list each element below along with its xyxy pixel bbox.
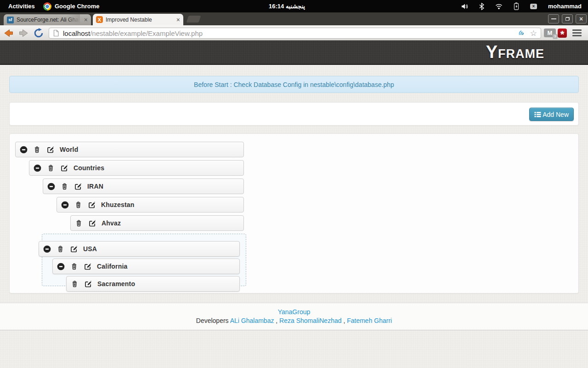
yanagroup-link[interactable]: YanaGroup xyxy=(278,308,311,316)
tab-title: Improved Nestable xyxy=(106,17,174,23)
separator: , xyxy=(274,317,279,324)
edit-button[interactable] xyxy=(60,164,68,172)
gmail-extension-icon[interactable]: M ? xyxy=(544,29,556,37)
nestable-list: World Countries xyxy=(15,142,244,234)
delete-button[interactable] xyxy=(70,263,78,270)
tree-item: World Countries xyxy=(15,142,244,231)
tree-item-label: Ahvaz xyxy=(102,219,121,227)
battery-icon[interactable] xyxy=(514,2,519,10)
clock[interactable]: 16:14 پنجشنبه xyxy=(269,0,305,12)
separator: , xyxy=(342,317,347,324)
gmail-badge: ? xyxy=(553,34,558,39)
chrome-menu-button[interactable] xyxy=(572,29,582,36)
tree-row-khuzestan[interactable]: Khuzestan xyxy=(57,197,244,213)
tree-item-label: IRAN xyxy=(87,183,103,190)
tree-item-label: Khuzestan xyxy=(101,201,135,208)
back-button[interactable] xyxy=(3,28,14,39)
edit-button[interactable] xyxy=(84,263,91,270)
window-restore-button[interactable] xyxy=(562,14,573,23)
collapse-button[interactable] xyxy=(43,245,51,253)
tree-row-world[interactable]: World xyxy=(15,142,244,157)
xampp-favicon: X xyxy=(96,16,103,23)
collapse-button[interactable] xyxy=(61,201,69,209)
tree-item-label: Sacramento xyxy=(97,280,135,288)
tree-row-iran[interactable]: IRAN xyxy=(43,178,244,194)
add-new-button[interactable]: Add New xyxy=(529,108,574,121)
volume-icon[interactable] xyxy=(461,3,468,10)
tab-close-button[interactable]: × xyxy=(84,17,88,23)
tree-item-label: USA xyxy=(83,245,97,253)
page-action-icon[interactable] xyxy=(518,29,526,37)
tab-sourceforge[interactable]: sf SourceForge.net: Ali Ghal × xyxy=(4,14,91,25)
edit-button[interactable] xyxy=(74,183,82,190)
window-close-button[interactable]: × xyxy=(576,14,587,23)
bluetooth-icon[interactable] xyxy=(479,3,484,10)
browser-toolbar: localhost/nestable/example/ExampleView.p… xyxy=(0,25,588,40)
restore-icon xyxy=(565,17,570,21)
app-menu-label: Google Chrome xyxy=(55,3,100,10)
developer-link[interactable]: Reza ShomaliNezhad xyxy=(279,317,341,324)
tree-item-label: Countries xyxy=(74,164,104,172)
im-status-icon[interactable]: × xyxy=(530,4,537,9)
developers-prefix: Developers xyxy=(196,317,229,324)
page-footer: YanaGroup Developers ALi Ghalambaz , Rez… xyxy=(0,303,588,330)
site-header: YFRAME xyxy=(0,40,588,65)
tab-improved-nestable[interactable]: X Improved Nestable × xyxy=(93,14,183,25)
edit-button[interactable] xyxy=(46,146,54,154)
delete-button[interactable] xyxy=(75,219,83,227)
tree-item: Countries IRAN xyxy=(29,160,244,231)
delete-button[interactable] xyxy=(61,183,68,190)
edit-button[interactable] xyxy=(70,245,78,253)
page-icon xyxy=(53,29,59,37)
tree-item-label: World xyxy=(60,146,78,153)
url-text: localhost/nestable/example/ExampleView.p… xyxy=(63,29,514,37)
minimize-icon xyxy=(551,18,556,19)
gnome-top-bar: Activities Google Chrome 16:14 پنجشنبه ×… xyxy=(0,0,588,12)
tab-title-fade xyxy=(66,14,80,25)
user-menu[interactable]: mohammad xyxy=(548,3,582,10)
delete-button[interactable] xyxy=(47,164,55,172)
delete-button[interactable] xyxy=(71,280,79,288)
tree-item: IRAN Khuzestan xyxy=(43,178,244,231)
nestable-panel: World Countries xyxy=(9,133,579,293)
edit-button[interactable] xyxy=(88,219,96,227)
delete-button[interactable] xyxy=(33,146,41,154)
tree-item-label: California xyxy=(97,263,128,270)
new-tab-button[interactable] xyxy=(187,16,201,23)
address-bar[interactable]: localhost/nestable/example/ExampleView.p… xyxy=(49,28,541,39)
bookmark-star-icon[interactable]: ☆ xyxy=(530,29,537,37)
tree-row-countries[interactable]: Countries xyxy=(29,160,244,176)
desktop-screen: Activities Google Chrome 16:14 پنجشنبه ×… xyxy=(0,0,588,368)
forward-button[interactable] xyxy=(18,28,29,39)
collapse-button[interactable] xyxy=(47,183,55,190)
page-content: Before Start : Check Database Config in … xyxy=(0,66,588,368)
developer-link[interactable]: Fatemeh Gharri xyxy=(347,317,392,324)
list-icon xyxy=(534,111,541,118)
delete-button[interactable] xyxy=(57,245,64,253)
app-menu[interactable]: Google Chrome xyxy=(43,0,100,12)
tree-row-california[interactable]: California xyxy=(52,259,240,274)
lastpass-extension-icon[interactable]: * xyxy=(558,29,567,38)
tree-row-usa[interactable]: USA xyxy=(39,241,240,257)
delete-button[interactable] xyxy=(74,201,82,209)
toolbar-panel: Add New xyxy=(9,102,579,126)
collapse-button[interactable] xyxy=(20,146,28,154)
tree-row-sacramento[interactable]: Sacramento xyxy=(66,276,240,292)
reload-button[interactable] xyxy=(33,28,44,39)
collapse-button[interactable] xyxy=(34,164,41,172)
tab-strip: sf SourceForge.net: Ali Ghal × X Improve… xyxy=(0,12,588,25)
window-minimize-button[interactable] xyxy=(548,14,559,23)
wifi-icon[interactable] xyxy=(495,3,503,10)
activities-button[interactable]: Activities xyxy=(8,0,35,12)
sourceforge-favicon: sf xyxy=(7,17,14,23)
collapse-button[interactable] xyxy=(57,263,65,270)
developer-link[interactable]: ALi Ghalambaz xyxy=(230,317,274,324)
edit-button[interactable] xyxy=(84,280,92,288)
yframe-logo: YFRAME xyxy=(486,42,544,62)
dragging-group[interactable]: USA California Sacramento xyxy=(39,241,240,293)
tree-row-ahvaz[interactable]: Ahvaz xyxy=(70,215,244,231)
tree-item: Khuzestan Ahvaz xyxy=(57,197,244,231)
edit-button[interactable] xyxy=(88,201,96,209)
tree-item: Ahvaz xyxy=(70,215,244,231)
tab-close-button[interactable]: × xyxy=(176,17,180,23)
